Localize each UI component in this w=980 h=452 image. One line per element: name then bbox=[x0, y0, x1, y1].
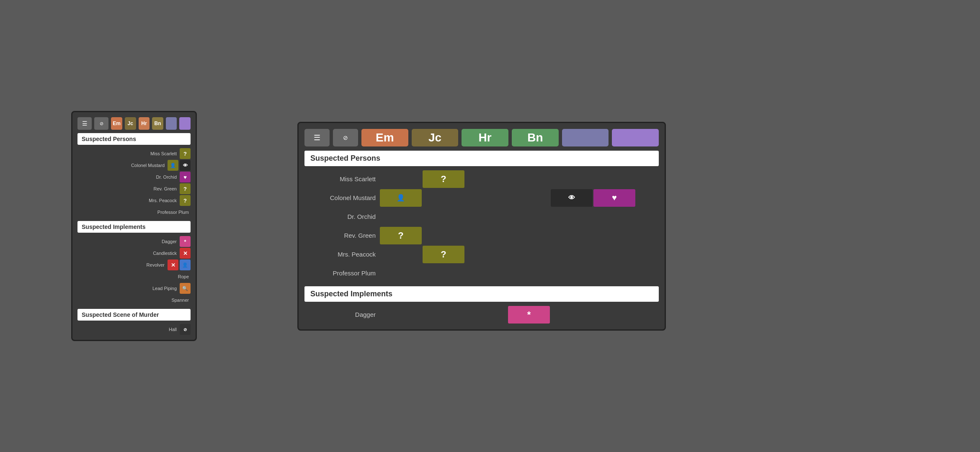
small-label-lead-piping: Lead Piping bbox=[77, 286, 178, 291]
small-player-bn[interactable]: Bn bbox=[152, 117, 163, 130]
small-cell-dagger-pink[interactable]: * bbox=[180, 236, 191, 247]
large-player-blank1[interactable] bbox=[562, 129, 609, 146]
large-eye-slash-icon: ⊘ bbox=[343, 134, 348, 141]
large-cell-do-bn-empty bbox=[508, 208, 550, 226]
large-row-rev-green: Rev. Green ? bbox=[304, 227, 659, 244]
large-player-em[interactable]: Em bbox=[361, 129, 408, 146]
large-cells-miss-scarlett: ? bbox=[380, 170, 659, 188]
large-cell-rg-b1-empty bbox=[551, 227, 593, 244]
large-row-miss-scarlett: Miss Scarlett ? bbox=[304, 170, 659, 188]
large-cell-cm-heart[interactable]: ♥ bbox=[593, 189, 635, 207]
small-panel: ☰ ⊘ Em Jc Hr Bn Suspected Persons Miss S… bbox=[71, 111, 197, 341]
small-cell-cm-eye[interactable]: 👁 bbox=[180, 160, 191, 171]
large-cell-do-jc-empty bbox=[423, 208, 464, 226]
small-cell-mp-em[interactable]: ? bbox=[180, 195, 191, 206]
small-persons-grid: Miss Scarlett ? Colonel Mustard 👤 👁 Dr. … bbox=[77, 148, 191, 218]
small-label-rev-green: Rev. Green bbox=[77, 186, 178, 191]
small-cell-hall-eyeslash[interactable]: ⊘ bbox=[180, 324, 191, 335]
small-persons-header: Suspected Persons bbox=[77, 133, 191, 145]
large-toolbar: ☰ ⊘ Em Jc Hr Bn bbox=[304, 129, 659, 146]
small-implements-grid: Dagger * Candlestick ✕ Revolver ✕ 👤 Rope… bbox=[77, 236, 191, 306]
large-cell-ms-jc[interactable]: ? bbox=[423, 170, 464, 188]
small-row-hall: Hall ⊘ bbox=[77, 324, 191, 335]
eye-slash-icon: ⊘ bbox=[100, 121, 103, 126]
large-cell-dag-bn[interactable]: * bbox=[508, 306, 550, 324]
large-cell-dag-em-empty bbox=[380, 306, 422, 324]
small-row-rev-green: Rev. Green ? bbox=[77, 183, 191, 194]
large-cells-colonel-mustard: 👤 👁 ♥ bbox=[380, 189, 659, 207]
small-cell-revolver-red[interactable]: ✕ bbox=[168, 259, 178, 270]
large-cell-pp-jc-empty bbox=[423, 265, 464, 282]
large-persons-header: Suspected Persons bbox=[304, 151, 659, 166]
large-row-dagger: Dagger * bbox=[304, 306, 659, 324]
large-cell-pp-hr-empty bbox=[465, 265, 507, 282]
small-label-hall: Hall bbox=[77, 327, 178, 332]
small-scene-header: Suspected Scene of Murder bbox=[77, 309, 191, 321]
small-label-colonel-mustard: Colonel Mustard bbox=[77, 163, 166, 168]
small-row-revolver: Revolver ✕ 👤 bbox=[77, 259, 191, 270]
large-cell-cm-eye[interactable]: 👁 bbox=[551, 189, 593, 207]
large-label-colonel-mustard: Colonel Mustard bbox=[304, 194, 380, 201]
large-cells-professor-plum bbox=[380, 265, 659, 282]
large-player-blank2[interactable] bbox=[612, 129, 659, 146]
large-player-jc[interactable]: Jc bbox=[412, 129, 459, 146]
large-row-mrs-peacock: Mrs. Peacock ? bbox=[304, 246, 659, 263]
small-player-em[interactable]: Em bbox=[111, 117, 122, 130]
small-cell-do-heart[interactable]: ♥ bbox=[180, 172, 191, 182]
large-eye-slash-button[interactable]: ⊘ bbox=[333, 129, 358, 146]
small-label-dr-orchid: Dr. Orchid bbox=[77, 175, 178, 180]
large-cell-mp-hr-empty bbox=[465, 246, 507, 263]
large-cells-rev-green: ? bbox=[380, 227, 659, 244]
small-cell-revolver-blue[interactable]: 👤 bbox=[180, 259, 191, 270]
small-row-professor-plum: Professor Plum bbox=[77, 207, 191, 218]
small-cell-ms-em[interactable]: ? bbox=[180, 148, 191, 159]
large-cell-mp-jc[interactable]: ? bbox=[423, 246, 464, 263]
large-cells-dr-orchid bbox=[380, 208, 659, 226]
small-cell-candle-red[interactable]: ✕ bbox=[180, 248, 191, 259]
small-cell-rg-em[interactable]: ? bbox=[180, 183, 191, 194]
small-label-dagger: Dagger bbox=[77, 239, 178, 244]
small-label-candlestick: Candlestick bbox=[77, 251, 178, 256]
large-cell-dag-b1-empty bbox=[551, 306, 593, 324]
large-cell-cm-hr-empty bbox=[465, 189, 507, 207]
large-cell-pp-em-empty bbox=[380, 265, 422, 282]
large-cell-pp-b1-empty bbox=[551, 265, 593, 282]
large-label-professor-plum: Professor Plum bbox=[304, 270, 380, 277]
small-scene-grid: Hall ⊘ bbox=[77, 324, 191, 335]
large-cell-dag-jc-empty bbox=[423, 306, 464, 324]
large-player-hr[interactable]: Hr bbox=[462, 129, 508, 146]
large-label-mrs-peacock: Mrs. Peacock bbox=[304, 251, 380, 258]
small-label-revolver: Revolver bbox=[77, 262, 166, 267]
large-cell-ms-bn-empty bbox=[508, 170, 550, 188]
large-player-bn[interactable]: Bn bbox=[512, 129, 559, 146]
small-implements-header: Suspected Implements bbox=[77, 221, 191, 233]
large-cell-pp-b2-empty bbox=[593, 265, 635, 282]
large-cell-ms-hr-empty bbox=[465, 170, 507, 188]
small-row-candlestick: Candlestick ✕ bbox=[77, 248, 191, 259]
small-hamburger-button[interactable]: ☰ bbox=[77, 117, 92, 130]
small-player-hr[interactable]: Hr bbox=[139, 117, 150, 130]
large-persons-grid: Miss Scarlett ? Colonel Mustard 👤 👁 ♥ bbox=[304, 170, 659, 282]
large-cell-rg-em[interactable]: ? bbox=[380, 227, 422, 244]
small-label-professor-plum: Professor Plum bbox=[77, 210, 191, 215]
large-cell-ms-b1-empty bbox=[551, 170, 593, 188]
small-row-rope: Rope bbox=[77, 271, 191, 282]
large-cell-do-em-empty bbox=[380, 208, 422, 226]
large-cell-dag-hr-empty bbox=[465, 306, 507, 324]
large-hamburger-button[interactable]: ☰ bbox=[304, 129, 330, 146]
small-cell-cm-em[interactable]: 👤 bbox=[168, 160, 178, 171]
small-label-mrs-peacock: Mrs. Peacock bbox=[77, 198, 178, 203]
large-cell-mp-bn-empty bbox=[508, 246, 550, 263]
large-cell-cm-em[interactable]: 👤 bbox=[380, 189, 422, 207]
large-cell-do-hr-empty bbox=[465, 208, 507, 226]
small-cell-lead-orange[interactable]: 🔍 bbox=[180, 283, 191, 294]
large-cell-do-b1-empty bbox=[551, 208, 593, 226]
small-player-blank1[interactable] bbox=[166, 117, 177, 130]
hamburger-icon: ☰ bbox=[82, 120, 88, 127]
large-cells-mrs-peacock: ? bbox=[380, 246, 659, 263]
small-row-mrs-peacock: Mrs. Peacock ? bbox=[77, 195, 191, 206]
large-row-dr-orchid: Dr. Orchid bbox=[304, 208, 659, 226]
small-player-blank2[interactable] bbox=[179, 117, 191, 130]
small-player-jc[interactable]: Jc bbox=[125, 117, 136, 130]
small-eye-slash-button[interactable]: ⊘ bbox=[94, 117, 108, 130]
